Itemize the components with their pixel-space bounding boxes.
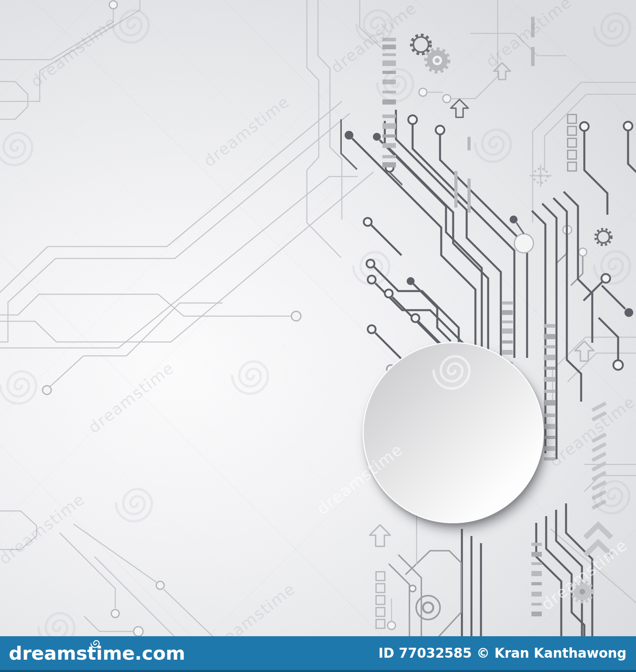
image-id: ID 77032585 — [378, 645, 472, 661]
up-arrow-icon — [370, 525, 390, 546]
light-traces-top-middle — [307, 0, 385, 258]
light-traces-top-left — [0, 0, 350, 342]
light-traces-mid-left — [0, 172, 374, 394]
copyright-symbol: © — [477, 645, 490, 661]
square-pads-column-bottom-center — [376, 572, 385, 628]
up-arrow-icon — [451, 99, 468, 117]
stock-image-preview: dreamstime dreamstime dreamstime dreamst… — [0, 0, 636, 672]
barcode-pattern-bottom-left-of-circle — [531, 543, 542, 616]
hatched-band — [592, 403, 606, 508]
author-name: Kran Kanthawong — [494, 645, 626, 661]
circuit-board-graphic — [0, 0, 636, 636]
target-rings-icon — [416, 596, 440, 620]
gear-icon — [426, 49, 449, 72]
gear-icon — [572, 581, 593, 602]
dreamstime-spiral-icon — [91, 638, 101, 649]
up-arrow-icon — [494, 63, 510, 80]
image-credit: ID 77032585 © Kran Kanthawong — [378, 645, 626, 661]
dark-traces-top-right — [580, 122, 636, 215]
dreamstime-logo: dreamstime.com — [9, 644, 185, 662]
gear-icon — [595, 229, 611, 245]
light-traces-bottom-left — [0, 511, 215, 636]
watermark-credit-bar: dreamstime.com ID 77032585 © Kran Kantha… — [0, 636, 636, 672]
gear-icon — [411, 35, 430, 54]
chevron-up-icon — [585, 525, 611, 555]
circuit-artwork: dreamstime dreamstime dreamstime dreamst… — [0, 0, 636, 636]
circuit-node-ring — [388, 622, 396, 629]
square-pads-column-top-right — [568, 115, 576, 171]
paper-circle — [363, 342, 544, 523]
